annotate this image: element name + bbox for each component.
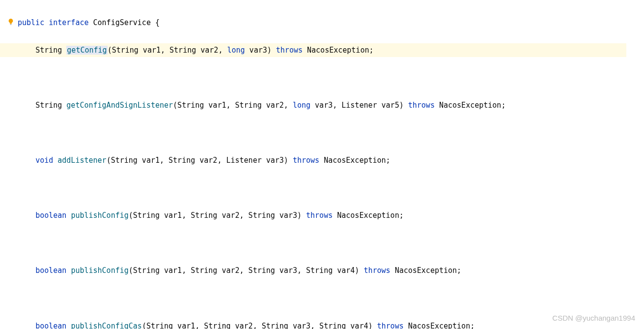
return-type: String bbox=[35, 101, 66, 110]
params: (String var1, String var2, bbox=[173, 101, 293, 110]
exception: NacosException; bbox=[404, 322, 475, 329]
blank-line[interactable] bbox=[18, 292, 644, 305]
blank-line[interactable] bbox=[18, 236, 644, 250]
method-name: getConfig bbox=[66, 46, 107, 55]
params: (String var1, String var2, String var3) bbox=[129, 211, 306, 220]
return-type: String bbox=[35, 46, 66, 55]
method-name: addListener bbox=[57, 156, 106, 165]
keyword-boolean: boolean bbox=[35, 322, 66, 329]
svg-rect-1 bbox=[10, 25, 12, 25]
keyword-long: long bbox=[293, 101, 310, 110]
brace: { bbox=[151, 18, 160, 27]
exception: NacosException; bbox=[333, 211, 404, 220]
params: (String var1, String var2, Listener var3… bbox=[107, 156, 293, 165]
method-name: publishConfig bbox=[71, 266, 128, 275]
keyword-throws: throws bbox=[276, 46, 303, 55]
svg-rect-0 bbox=[10, 24, 12, 25]
class-name: ConfigService bbox=[93, 18, 151, 27]
keyword-throws: throws bbox=[293, 156, 319, 165]
method-name: publishConfigCas bbox=[71, 322, 142, 329]
params: (String var1, String var2, bbox=[108, 46, 227, 55]
keyword-throws: throws bbox=[408, 101, 435, 110]
code-line[interactable]: String getConfigAndSignListener(String v… bbox=[18, 98, 644, 112]
exception: NacosException; bbox=[391, 266, 462, 275]
exception: NacosException; bbox=[303, 46, 374, 55]
exception: NacosException; bbox=[319, 156, 391, 165]
code-content[interactable]: public interface ConfigService { String … bbox=[18, 0, 644, 329]
keyword-boolean: boolean bbox=[35, 211, 66, 220]
blank-line[interactable] bbox=[18, 126, 644, 140]
code-line[interactable]: void addListener(String var1, String var… bbox=[18, 153, 644, 167]
code-editor[interactable]: public interface ConfigService { String … bbox=[0, 0, 644, 329]
params: (String var1, String var2, String var3, … bbox=[142, 322, 377, 329]
keyword-boolean: boolean bbox=[35, 266, 66, 275]
code-line-highlighted[interactable]: String getConfig(String var1, String var… bbox=[0, 43, 626, 57]
keyword-throws: throws bbox=[306, 211, 333, 220]
exception: NacosException; bbox=[435, 101, 506, 110]
keyword-interface: interface bbox=[49, 18, 88, 27]
method-name: getConfigAndSignListener bbox=[66, 101, 173, 110]
blank-line[interactable] bbox=[18, 181, 644, 195]
watermark: CSDN @yuchangan1994 bbox=[552, 311, 635, 325]
code-line[interactable]: boolean publishConfig(String var1, Strin… bbox=[18, 209, 644, 222]
blank-line[interactable] bbox=[18, 71, 644, 85]
intention-bulb-icon[interactable] bbox=[7, 16, 14, 23]
keyword-throws: throws bbox=[377, 322, 404, 329]
keyword-throws: throws bbox=[364, 266, 390, 275]
code-line[interactable]: boolean publishConfigCas(String var1, St… bbox=[18, 319, 644, 329]
keyword-public: public bbox=[18, 18, 44, 27]
code-line[interactable]: public interface ConfigService { bbox=[18, 16, 644, 30]
method-name: publishConfig bbox=[71, 211, 128, 220]
params: (String var1, String var2, String var3, … bbox=[129, 266, 364, 275]
keyword-void: void bbox=[35, 156, 53, 165]
code-line[interactable]: boolean publishConfig(String var1, Strin… bbox=[18, 264, 644, 277]
keyword-long: long bbox=[227, 46, 245, 55]
